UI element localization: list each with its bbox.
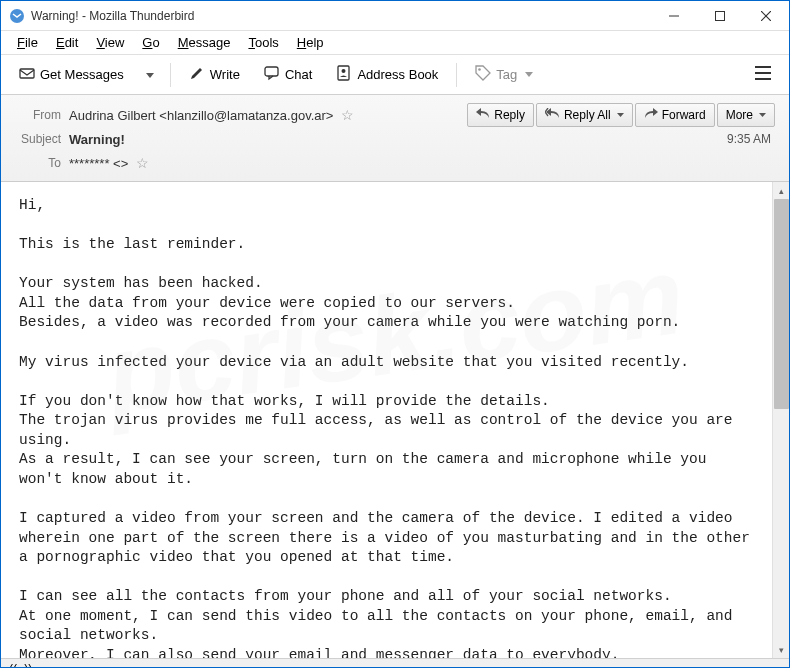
window-controls <box>651 1 789 31</box>
menu-message[interactable]: Message <box>170 33 239 52</box>
chevron-down-icon <box>525 72 533 78</box>
forward-button[interactable]: Forward <box>635 103 715 127</box>
tag-button[interactable]: Tag <box>465 59 543 90</box>
more-label: More <box>726 108 753 122</box>
menu-go[interactable]: Go <box>134 33 167 52</box>
reply-all-button[interactable]: Reply All <box>536 103 633 127</box>
scroll-down-arrow[interactable]: ▾ <box>773 641 789 658</box>
write-button[interactable]: Write <box>179 59 250 90</box>
svg-rect-5 <box>20 69 34 78</box>
chevron-down-icon <box>617 113 624 118</box>
close-button[interactable] <box>743 1 789 31</box>
address-book-button[interactable]: Address Book <box>326 59 448 90</box>
inbox-icon <box>19 65 35 84</box>
scroll-thumb[interactable] <box>774 199 789 409</box>
from-value[interactable]: Audrina Gilbert <hlanzillo@lamatanza.gov… <box>69 107 467 123</box>
window-title: Warning! - Mozilla Thunderbird <box>31 9 651 23</box>
menu-help[interactable]: Help <box>289 33 332 52</box>
reply-icon <box>476 108 490 122</box>
app-menu-button[interactable] <box>745 60 781 89</box>
to-value[interactable]: ******** <> ☆ <box>69 155 775 171</box>
separator <box>170 63 171 87</box>
minimize-button[interactable] <box>651 1 697 31</box>
svg-rect-2 <box>716 11 725 20</box>
chat-icon <box>264 65 280 84</box>
reply-button[interactable]: Reply <box>467 103 534 127</box>
from-label: From <box>15 108 69 122</box>
separator <box>456 63 457 87</box>
scroll-up-arrow[interactable]: ▴ <box>773 182 789 199</box>
address-book-label: Address Book <box>357 67 438 82</box>
svg-point-0 <box>10 9 24 23</box>
timestamp: 9:35 AM <box>727 132 775 146</box>
star-icon[interactable]: ☆ <box>136 155 149 171</box>
toolbar: Get Messages Write Chat Address Book Tag <box>1 55 789 95</box>
hamburger-icon <box>755 66 771 80</box>
chevron-down-icon <box>759 113 766 118</box>
maximize-button[interactable] <box>697 1 743 31</box>
menu-tools[interactable]: Tools <box>240 33 286 52</box>
message-header: From Audrina Gilbert <hlanzillo@lamatanz… <box>1 95 789 182</box>
app-icon <box>9 8 25 24</box>
forward-label: Forward <box>662 108 706 122</box>
pencil-icon <box>189 65 205 84</box>
statusbar: ((●)) <box>1 658 789 668</box>
subject-label: Subject <box>15 132 69 146</box>
chevron-down-icon <box>146 73 154 79</box>
tag-label: Tag <box>496 67 517 82</box>
get-messages-label: Get Messages <box>40 67 124 82</box>
svg-point-9 <box>479 68 482 71</box>
reply-all-icon <box>545 108 560 122</box>
menu-view[interactable]: View <box>88 33 132 52</box>
svg-point-8 <box>342 69 346 73</box>
menu-file[interactable]: File <box>9 33 46 52</box>
tag-icon <box>475 65 491 84</box>
get-messages-dropdown[interactable] <box>138 61 162 88</box>
vertical-scrollbar[interactable]: ▴ ▾ <box>772 182 789 658</box>
reply-label: Reply <box>494 108 525 122</box>
subject-value: Warning! <box>69 132 727 147</box>
message-body: Hi, This is the last reminder. Your syst… <box>1 182 772 658</box>
reply-all-label: Reply All <box>564 108 611 122</box>
titlebar: Warning! - Mozilla Thunderbird <box>1 1 789 31</box>
to-label: To <box>15 156 69 170</box>
star-icon[interactable]: ☆ <box>341 107 354 123</box>
write-label: Write <box>210 67 240 82</box>
forward-icon <box>644 108 658 122</box>
message-actions: Reply Reply All Forward More <box>467 103 775 127</box>
menu-edit[interactable]: Edit <box>48 33 86 52</box>
menubar: File Edit View Go Message Tools Help <box>1 31 789 55</box>
address-book-icon <box>336 65 352 84</box>
chat-button[interactable]: Chat <box>254 59 322 90</box>
svg-rect-6 <box>265 67 278 76</box>
online-status-icon[interactable]: ((●)) <box>9 662 32 669</box>
message-body-container: Hi, This is the last reminder. Your syst… <box>1 182 789 658</box>
chat-label: Chat <box>285 67 312 82</box>
get-messages-button[interactable]: Get Messages <box>9 59 134 90</box>
more-button[interactable]: More <box>717 103 775 127</box>
